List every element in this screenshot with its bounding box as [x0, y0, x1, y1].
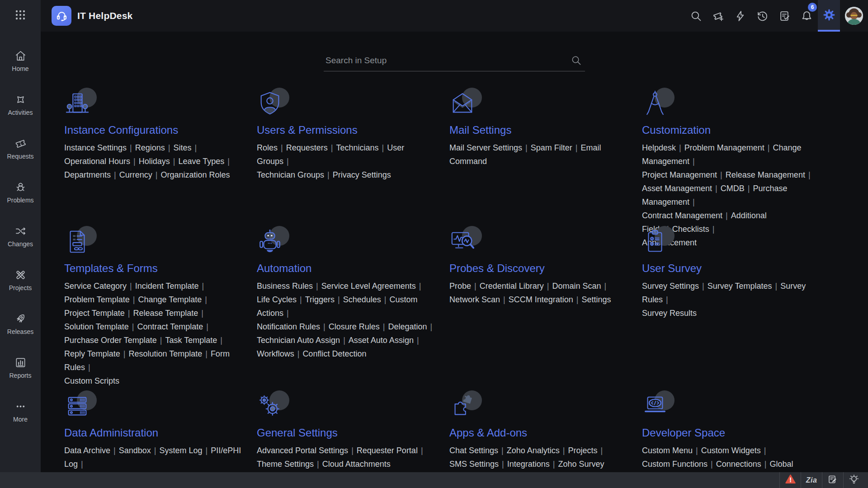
setup-link[interactable]: Delegation [388, 322, 427, 331]
category-title[interactable]: Automation [257, 262, 440, 275]
history-button[interactable] [751, 0, 774, 32]
setup-link[interactable]: Domain Scan [552, 282, 601, 291]
setup-link[interactable]: Requesters [286, 143, 328, 152]
category-title[interactable]: Data Administration [64, 427, 248, 439]
setup-link[interactable]: Leave Types [178, 157, 224, 166]
theme-toggle-button[interactable] [843, 472, 864, 488]
setup-link[interactable]: Reply Template [64, 349, 120, 358]
setup-link[interactable]: Advanced Portal Settings [257, 446, 348, 455]
setup-link[interactable]: Departments [64, 170, 111, 179]
category-title[interactable]: Templates & Forms [64, 262, 248, 275]
setup-link[interactable]: Custom Scripts [64, 376, 119, 385]
category-title[interactable]: Probes & Discovery [449, 262, 633, 275]
search-button[interactable] [685, 0, 707, 32]
setup-link[interactable]: Custom Functions [642, 460, 708, 469]
setup-link[interactable]: Release Management [726, 170, 805, 179]
category-title[interactable]: Instance Configurations [64, 124, 248, 136]
setup-link[interactable]: Settings [581, 295, 611, 304]
setup-link[interactable]: Zoho Analytics [507, 446, 560, 455]
setup-link[interactable]: Survey Settings [642, 282, 699, 291]
notifications-button[interactable]: 6 [796, 0, 818, 32]
category-title[interactable]: General Settings [257, 427, 440, 439]
setup-link[interactable]: Mail Server Settings [449, 143, 522, 152]
user-menu-button[interactable] [840, 0, 868, 32]
setup-link[interactable]: Chat Settings [449, 446, 498, 455]
setup-link[interactable]: Asset Management [642, 184, 712, 193]
category-title[interactable]: User Survey [642, 262, 826, 275]
setup-link[interactable]: Task Template [165, 336, 217, 345]
setup-link[interactable]: Holidays [139, 157, 170, 166]
setup-link[interactable]: Spam Filter [531, 143, 572, 152]
search-icon[interactable] [571, 55, 581, 67]
setup-link[interactable]: Contract Management [642, 211, 722, 220]
setup-link[interactable]: Instance Settings [64, 143, 127, 152]
setup-link[interactable]: Roles [257, 143, 278, 152]
setup-link[interactable]: Technician Auto Assign [257, 336, 340, 345]
zia-button[interactable]: Zia [801, 472, 822, 488]
setup-link[interactable]: Credential Library [480, 282, 544, 291]
setup-link[interactable]: SCCM Integration [509, 295, 573, 304]
setup-link[interactable]: Purchase Order Template [64, 336, 157, 345]
setup-link[interactable]: Solution Template [64, 322, 129, 331]
setup-link[interactable]: Organization Roles [160, 170, 230, 179]
sidebar-item-projects[interactable]: Projects [0, 258, 41, 302]
setup-link[interactable]: Custom Widgets [701, 446, 761, 455]
setup-link[interactable]: Regions [135, 143, 165, 152]
setup-link[interactable]: Data Archive [64, 446, 110, 455]
setup-link[interactable]: System Log [160, 446, 203, 455]
sidebar-item-requests[interactable]: Requests [0, 127, 41, 170]
category-title[interactable]: Customization [642, 124, 826, 136]
setup-link[interactable]: Probe [449, 282, 471, 291]
setup-link[interactable]: Technicians [336, 143, 378, 152]
sidebar-item-more[interactable]: More [0, 389, 41, 433]
setup-link[interactable]: Projects [568, 446, 598, 455]
setup-link[interactable]: Life Cycles [257, 295, 297, 304]
setup-link[interactable]: Project Management [642, 170, 717, 179]
setup-link[interactable]: Zoho Survey [558, 460, 604, 469]
setup-link[interactable]: Service Level Agreements [321, 282, 416, 291]
setup-link[interactable]: Incident Template [135, 282, 199, 291]
search-input[interactable] [324, 50, 585, 71]
category-title[interactable]: Mail Settings [449, 124, 633, 136]
new-request-button[interactable] [707, 0, 729, 32]
settings-button[interactable] [818, 0, 840, 32]
setup-link[interactable]: Notification Rules [257, 322, 320, 331]
setup-link[interactable]: CMDB [721, 184, 745, 193]
sidebar-item-problems[interactable]: Problems [0, 170, 41, 214]
setup-link[interactable]: Privacy Settings [333, 170, 391, 179]
quick-actions-button[interactable] [729, 0, 751, 32]
setup-link[interactable]: Resolution Template [128, 349, 202, 358]
setup-link[interactable]: Sandbox [119, 446, 151, 455]
setup-link[interactable]: Custom Menu [642, 446, 693, 455]
category-title[interactable]: Apps & Add-ons [449, 427, 633, 439]
setup-link[interactable]: Project Template [64, 309, 125, 318]
setup-link[interactable]: Business Rules [257, 282, 313, 291]
sidebar-item-activities[interactable]: Activities [0, 83, 41, 127]
setup-link[interactable]: Operational Hours [64, 157, 130, 166]
sidebar-item-home[interactable]: Home [0, 39, 41, 83]
sidebar-item-reports[interactable]: Reports [0, 346, 41, 389]
app-logo[interactable]: IT HelpDesk [41, 0, 132, 32]
setup-link[interactable]: Helpdesk [642, 143, 676, 152]
setup-link[interactable]: Schedules [343, 295, 381, 304]
setup-link[interactable]: Sites [174, 143, 192, 152]
setup-link[interactable]: Problem Management [684, 143, 764, 152]
setup-link[interactable]: Integrations [507, 460, 550, 469]
sidebar-item-releases[interactable]: Releases [0, 302, 41, 346]
setup-link[interactable]: Contract Template [137, 322, 203, 331]
category-title[interactable]: Developer Space [642, 427, 826, 439]
setup-link[interactable]: Cloud Attachments [322, 460, 391, 469]
setup-link[interactable]: Survey Templates [708, 282, 772, 291]
category-title[interactable]: Users & Permissions [257, 124, 440, 136]
setup-link[interactable]: Network Scan [449, 295, 500, 304]
setup-link[interactable]: Problem Template [64, 295, 130, 304]
setup-link[interactable]: Survey Results [642, 309, 697, 318]
setup-link[interactable]: Asset Auto Assign [349, 336, 414, 345]
setup-link[interactable]: Technician Groups [257, 170, 324, 179]
setup-link[interactable]: Theme Settings [257, 460, 314, 469]
setup-link[interactable]: Release Template [133, 309, 198, 318]
setup-link[interactable]: Triggers [305, 295, 335, 304]
apps-grid-button[interactable] [0, 0, 41, 32]
setup-link[interactable]: Change Template [138, 295, 202, 304]
feedback-button[interactable] [822, 472, 843, 488]
